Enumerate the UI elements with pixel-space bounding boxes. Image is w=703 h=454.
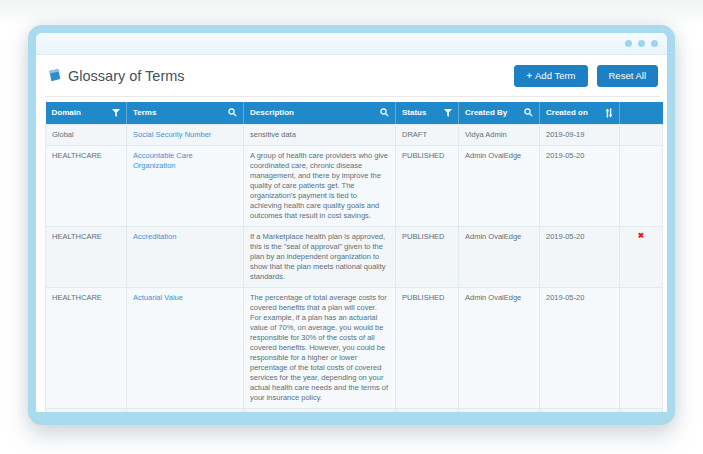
cell-description: The percentage of total average costs fo… [244, 287, 396, 408]
cell-actions [620, 287, 663, 408]
page-header: Glossary of Terms +Add Term Reset All [45, 62, 660, 97]
column-header-domain[interactable]: Domain [46, 102, 127, 125]
column-label-status: Status [402, 108, 426, 117]
column-header-created_on[interactable]: Created on [540, 102, 620, 125]
page-title: Glossary of Terms [68, 68, 185, 84]
cell-terms: Adjusted Gross Income (AGI) [127, 408, 244, 425]
term-link[interactable]: Accountable Care Organization [133, 151, 193, 170]
plus-icon: + [526, 70, 532, 81]
cell-actions [620, 124, 663, 145]
cell-status: DRAFT [396, 124, 459, 145]
cell-description: sensitive data [244, 124, 396, 145]
cell-terms: Accountable Care Organization [127, 145, 244, 226]
column-label-terms: Terms [133, 108, 156, 117]
cell-created_on: 2019-09-19 [540, 124, 620, 145]
cell-domain: HEALTHCARE [46, 226, 127, 287]
column-label-description: Description [250, 108, 294, 117]
term-link[interactable]: Adjusted Gross Income (AGI) [133, 414, 231, 423]
cell-created_on: 2019-05-20 [540, 226, 620, 287]
column-label-created_by: Created By [465, 108, 507, 117]
cell-description: Your total (or "gross") income for the t… [244, 408, 396, 425]
glossary-book-icon [47, 68, 62, 83]
reset-all-label: Reset All [609, 70, 647, 81]
cell-actions [620, 408, 663, 425]
cell-created_on: 2019-05-20 [540, 145, 620, 226]
cell-created_by: Admin OvalEdge [459, 145, 540, 226]
cell-created_by: Admin OvalEdge [459, 226, 540, 287]
cell-status: PUBLISHED [396, 287, 459, 408]
search-icon[interactable] [524, 108, 533, 117]
cell-domain: HEALTHCARE [46, 287, 127, 408]
reset-all-button[interactable]: Reset All [597, 65, 659, 87]
window-dot-icon [638, 40, 645, 47]
term-link[interactable]: Accreditation [133, 232, 176, 241]
cell-status: PUBLISHED [396, 145, 459, 226]
column-header-terms[interactable]: Terms [127, 102, 244, 125]
cell-actions [620, 145, 663, 226]
cell-description: If a Marketplace health plan is approved… [244, 226, 396, 287]
delete-icon[interactable]: ✖ [626, 232, 656, 240]
table-row: HEALTHCAREAccountable Care OrganizationA… [46, 145, 663, 226]
search-icon[interactable] [380, 108, 389, 117]
filter-icon[interactable] [444, 109, 452, 117]
table-row: HEALTHCAREAccreditationIf a Marketplace … [46, 226, 663, 287]
filter-icon[interactable] [112, 109, 120, 117]
window-dot-icon [625, 40, 632, 47]
column-header-actions [620, 102, 663, 125]
cell-created_by: Vidya Admin [459, 124, 540, 145]
term-link[interactable]: Actuarial Value [133, 293, 183, 302]
column-label-domain: Domain [52, 108, 81, 117]
term-link[interactable]: Social Security Number [133, 130, 211, 139]
cell-created_by: Admin OvalEdge [459, 287, 540, 408]
column-header-created_by[interactable]: Created By [459, 102, 540, 125]
cell-domain: HEALTHCARE [46, 408, 127, 425]
cell-created_by: Admin OvalEdge [459, 408, 540, 425]
app-window: Glossary of Terms +Add Term Reset All Do… [28, 25, 675, 425]
search-icon[interactable] [228, 108, 237, 117]
column-label-created_on: Created on [546, 108, 588, 117]
table-header-row: DomainTermsDescriptionStatusCreated ByCr… [46, 102, 663, 125]
cell-status: PUBLISHED [396, 408, 459, 425]
cell-description: A group of health care providers who giv… [244, 145, 396, 226]
add-term-label: Add Term [535, 70, 575, 81]
cell-domain: Global [46, 124, 127, 145]
window-title-bar [36, 33, 667, 55]
cell-actions: ✖ [620, 226, 663, 287]
cell-terms: Social Security Number [127, 124, 244, 145]
table-row: HEALTHCAREActuarial ValueThe percentage … [46, 287, 663, 408]
cell-terms: Accreditation [127, 226, 244, 287]
cell-status: PUBLISHED [396, 226, 459, 287]
cell-domain: HEALTHCARE [46, 145, 127, 226]
sort-icon[interactable] [605, 108, 613, 118]
cell-created_on: 2019-05-20 [540, 287, 620, 408]
table-body: GlobalSocial Security Numbersensitive da… [46, 124, 663, 425]
table-row: HEALTHCAREAdjusted Gross Income (AGI)You… [46, 408, 663, 425]
page-content: Glossary of Terms +Add Term Reset All Do… [36, 55, 667, 425]
cell-created_on: 2019-05-20 [540, 408, 620, 425]
cell-terms: Actuarial Value [127, 287, 244, 408]
glossary-table: DomainTermsDescriptionStatusCreated ByCr… [45, 102, 663, 426]
column-header-description[interactable]: Description [244, 102, 396, 125]
column-header-status[interactable]: Status [396, 102, 459, 125]
window-dot-icon [651, 40, 658, 47]
add-term-button[interactable]: +Add Term [514, 65, 587, 87]
table-row: GlobalSocial Security Numbersensitive da… [46, 124, 663, 145]
